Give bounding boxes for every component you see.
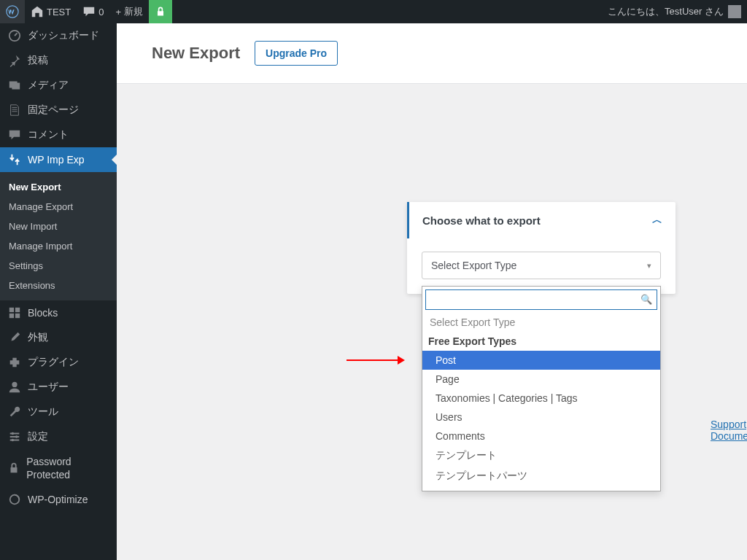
pin-icon — [7, 53, 22, 68]
annotation-arrow — [347, 356, 405, 365]
sidebar-label: 外観 — [28, 331, 48, 344]
new-link[interactable]: +新規 — [109, 0, 149, 23]
plugin-icon — [7, 355, 22, 370]
search-icon: 🔍 — [640, 294, 652, 305]
sliders-icon — [7, 429, 22, 444]
sidebar-label: WP Imp Exp — [28, 154, 85, 166]
wp-logo[interactable] — [0, 0, 25, 23]
documentation-link[interactable]: Documentation — [711, 430, 747, 442]
dropdown-search: 🔍 — [425, 289, 657, 310]
sidebar-appearance[interactable]: 外観 — [0, 325, 117, 350]
svg-rect-3 — [15, 308, 20, 312]
dropdown-option-template[interactable]: テンプレート — [422, 446, 660, 466]
site-link[interactable]: TEST — [25, 0, 77, 23]
user-icon — [7, 380, 22, 394]
card-title: Choose what to export — [422, 214, 541, 227]
page-header: New Export Upgrade Pro — [117, 23, 747, 84]
sidebar-label: コメント — [28, 128, 69, 141]
sidebar-settings[interactable]: 設定 — [0, 424, 117, 449]
sidebar-label: プラグイン — [28, 356, 79, 369]
dropdown-option-placeholder[interactable]: Select Export Type — [422, 313, 660, 332]
sidebar-media[interactable]: メディア — [0, 73, 117, 98]
upgrade-pro-button[interactable]: Upgrade Pro — [255, 41, 338, 66]
export-type-dropdown: 🔍 Select Export Type Free Export Types P… — [422, 286, 661, 491]
optimize-icon — [7, 492, 22, 507]
svg-rect-5 — [15, 314, 20, 318]
lock-indicator[interactable] — [149, 0, 172, 23]
admin-sidebar: ダッシュボード 投稿 メディア 固定ページ コメント WP Imp Exp Ne… — [0, 23, 117, 560]
site-name: TEST — [47, 7, 71, 18]
comments-link[interactable]: 0 — [77, 0, 109, 23]
dropdown-group-free: Free Export Types — [422, 332, 660, 351]
sidebar-posts[interactable]: 投稿 — [0, 48, 117, 73]
sidebar-label: Blocks — [28, 307, 58, 319]
select-placeholder: Select Export Type — [431, 260, 516, 271]
dropdown-option-comments[interactable]: Comments — [422, 427, 660, 446]
avatar — [728, 5, 741, 18]
support-link[interactable]: Support — [711, 419, 746, 430]
svg-point-6 — [12, 382, 17, 387]
brush-icon — [7, 330, 22, 345]
comments-count: 0 — [98, 7, 104, 18]
export-card: Choose what to export ︿ Select Export Ty… — [407, 202, 676, 294]
sidebar-wp-imp-exp[interactable]: WP Imp Exp — [0, 147, 117, 172]
lock-icon — [7, 461, 20, 475]
card-header[interactable]: Choose what to export ︿ — [407, 202, 676, 238]
sidebar-label: メディア — [28, 79, 69, 92]
sidebar-label: ツール — [28, 405, 58, 419]
sidebar-comments[interactable]: コメント — [0, 122, 117, 147]
plus-icon: + — [115, 7, 121, 18]
submenu-settings[interactable]: Settings — [0, 256, 117, 276]
greeting-text: こんにちは、TestUser さん — [608, 5, 724, 18]
sidebar-label: WP-Optimize — [28, 494, 88, 505]
page-icon — [7, 103, 22, 117]
sidebar-submenu: New Export Manage Export New Import Mana… — [0, 172, 117, 300]
sidebar-label: 固定ページ — [28, 104, 79, 117]
svg-point-7 — [12, 432, 15, 435]
page-title: New Export — [152, 44, 240, 63]
submenu-new-export[interactable]: New Export — [0, 177, 117, 197]
export-type-select[interactable]: Select Export Type — [422, 252, 661, 279]
submenu-extensions[interactable]: Extensions — [0, 276, 117, 295]
sidebar-users[interactable]: ユーザー — [0, 375, 117, 400]
submenu-manage-export[interactable]: Manage Export — [0, 197, 117, 217]
sidebar-label: 設定 — [28, 430, 48, 443]
sidebar-plugins[interactable]: プラグイン — [0, 350, 117, 375]
submenu-new-import[interactable]: New Import — [0, 217, 117, 236]
sidebar-label: ダッシュボード — [28, 29, 99, 42]
dashboard-icon — [7, 28, 22, 43]
comment-icon — [7, 128, 22, 142]
dropdown-option-global-style[interactable]: グローバルスタイル — [422, 486, 660, 491]
footer-links: Support | Documentation — [711, 419, 747, 442]
wrench-icon — [7, 405, 22, 419]
sidebar-label: 投稿 — [28, 54, 48, 67]
sidebar-wp-optimize[interactable]: WP-Optimize — [0, 487, 117, 512]
svg-rect-4 — [9, 314, 14, 318]
media-icon — [7, 78, 22, 93]
dropdown-option-page[interactable]: Page — [422, 370, 660, 389]
dropdown-option-template-parts[interactable]: テンプレートパーツ — [422, 466, 660, 486]
chevron-up-icon: ︿ — [652, 214, 662, 227]
sidebar-label: ユーザー — [28, 381, 69, 394]
main-content: New Export Upgrade Pro Choose what to ex… — [117, 23, 747, 560]
svg-point-9 — [12, 439, 15, 442]
sidebar-password-protected[interactable]: Password Protected — [0, 449, 117, 487]
import-export-icon — [7, 152, 22, 167]
sidebar-dashboard[interactable]: ダッシュボード — [0, 23, 117, 48]
dropdown-search-input[interactable] — [426, 290, 657, 309]
sidebar-blocks[interactable]: Blocks — [0, 300, 117, 325]
submenu-manage-import[interactable]: Manage Import — [0, 236, 117, 256]
account-link[interactable]: こんにちは、TestUser さん — [608, 0, 747, 23]
sidebar-tools[interactable]: ツール — [0, 400, 117, 424]
dropdown-option-taxonomies[interactable]: Taxonomies | Categories | Tags — [422, 389, 660, 408]
blocks-icon — [7, 306, 22, 320]
sidebar-pages[interactable]: 固定ページ — [0, 98, 117, 122]
new-label: 新規 — [124, 5, 143, 18]
dropdown-option-users[interactable]: Users — [422, 408, 660, 427]
dropdown-option-post[interactable]: Post — [422, 351, 660, 370]
sidebar-label: Password Protected — [26, 455, 109, 481]
svg-rect-2 — [9, 308, 14, 312]
svg-point-8 — [15, 435, 18, 438]
